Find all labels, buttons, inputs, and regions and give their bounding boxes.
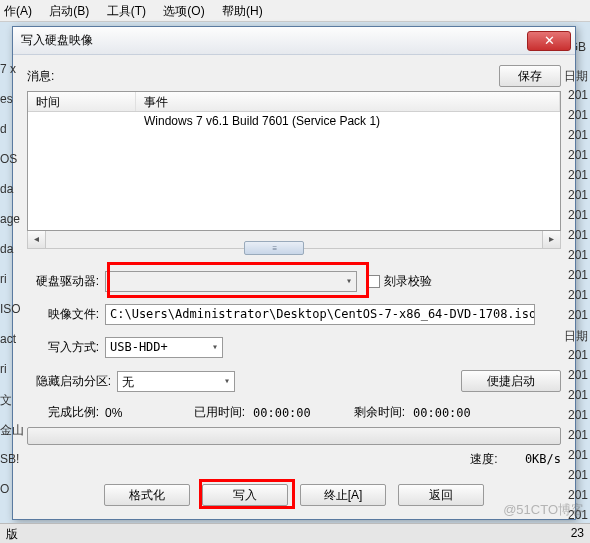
cell-time	[28, 112, 136, 130]
save-button[interactable]: 保存	[499, 65, 561, 87]
col-time[interactable]: 时间	[28, 92, 136, 111]
bg-text: 201	[568, 388, 588, 402]
bg-text: 201	[568, 488, 588, 502]
bg-text: O	[0, 482, 9, 496]
menu-item[interactable]: 工具(T)	[107, 4, 146, 18]
elapsed-value: 00:00:00	[245, 406, 325, 420]
speed-value: 0KB/s	[501, 452, 561, 466]
menu-item[interactable]: 帮助(H)	[222, 4, 263, 18]
speed-label: 速度:	[470, 452, 497, 466]
verify-label: 刻录校验	[384, 274, 432, 288]
bg-text: 201	[568, 168, 588, 182]
bg-text: 201	[568, 428, 588, 442]
bg-text: 日期	[564, 68, 588, 85]
bg-text: 201	[568, 108, 588, 122]
back-button[interactable]: 返回	[398, 484, 484, 506]
bg-text: 201	[568, 288, 588, 302]
bg-text: 201	[568, 248, 588, 262]
bg-text: 201	[568, 268, 588, 282]
list-row[interactable]: Windows 7 v6.1 Build 7601 (Service Pack …	[28, 112, 560, 130]
horizontal-scrollbar[interactable]: ◂ ▸	[27, 231, 561, 249]
progress-bar	[27, 427, 561, 445]
watermark: @51CTO博客	[503, 501, 584, 519]
bg-text: 201	[568, 368, 588, 382]
bg-text: 201	[568, 128, 588, 142]
write-button[interactable]: 写入	[202, 484, 288, 506]
bg-text: d	[0, 122, 7, 136]
message-list[interactable]: 时间 事件 Windows 7 v6.1 Build 7601 (Service…	[27, 91, 561, 231]
bg-text: OS	[0, 152, 17, 166]
dialog-title: 写入硬盘映像	[21, 32, 527, 49]
bg-text: 201	[568, 348, 588, 362]
bg-text: 201	[568, 188, 588, 202]
bg-text: 金山	[0, 422, 24, 439]
bg-text: age	[0, 212, 20, 226]
close-button[interactable]: ✕	[527, 31, 571, 51]
image-label: 映像文件:	[27, 306, 105, 323]
stop-button[interactable]: 终止[A]	[300, 484, 386, 506]
titlebar[interactable]: 写入硬盘映像 ✕	[13, 27, 575, 55]
done-value: 0%	[105, 406, 175, 420]
list-header: 时间 事件	[28, 92, 560, 112]
status-right: 23	[571, 526, 584, 541]
remain-value: 00:00:00	[405, 406, 471, 420]
elapsed-label: 已用时间:	[175, 404, 245, 421]
menubar: 作(A) 启动(B) 工具(T) 选项(O) 帮助(H)	[0, 0, 590, 22]
bg-text: 201	[568, 448, 588, 462]
format-button[interactable]: 格式化	[104, 484, 190, 506]
bg-text: da	[0, 242, 13, 256]
statusbar: 版 23	[0, 523, 590, 543]
bg-text: act	[0, 332, 16, 346]
bg-text: ISO	[0, 302, 21, 316]
bg-text: 201	[568, 148, 588, 162]
image-path-field[interactable]: C:\Users\Administrator\Desktop\CentOS-7-…	[105, 304, 535, 325]
hide-boot-label: 隐藏启动分区:	[27, 373, 117, 390]
hide-boot-combo[interactable]: 无	[117, 371, 235, 392]
bg-text: 201	[568, 228, 588, 242]
bg-text: 201	[568, 208, 588, 222]
bg-text: 日期	[564, 328, 588, 345]
write-disk-image-dialog: 写入硬盘映像 ✕ 消息: 保存 时间 事件 Windows 7 v6.1 Bui…	[12, 26, 576, 520]
scroll-right-icon[interactable]: ▸	[542, 231, 560, 248]
bg-text: ri	[0, 272, 7, 286]
bg-text: 201	[568, 408, 588, 422]
bg-text: 201	[568, 468, 588, 482]
remain-label: 剩余时间:	[325, 404, 405, 421]
bg-text: ri	[0, 362, 7, 376]
scroll-thumb[interactable]	[244, 241, 304, 255]
bg-text: 文	[0, 392, 12, 409]
fast-boot-button[interactable]: 便捷启动	[461, 370, 561, 392]
menu-item[interactable]: 选项(O)	[163, 4, 204, 18]
bg-text: 201	[568, 308, 588, 322]
bg-text: 7 x	[0, 62, 16, 76]
drive-combo[interactable]	[105, 271, 357, 292]
menu-item[interactable]: 作(A)	[4, 4, 32, 18]
done-label: 完成比例:	[27, 404, 105, 421]
status-left: 版	[6, 526, 18, 541]
cell-event: Windows 7 v6.1 Build 7601 (Service Pack …	[136, 112, 560, 130]
verify-checkbox[interactable]	[367, 275, 380, 288]
menu-item[interactable]: 启动(B)	[49, 4, 89, 18]
bg-text: 201	[568, 88, 588, 102]
write-mode-combo[interactable]: USB-HDD+	[105, 337, 223, 358]
drive-label: 硬盘驱动器:	[27, 273, 105, 290]
scroll-left-icon[interactable]: ◂	[28, 231, 46, 248]
col-event[interactable]: 事件	[136, 92, 560, 111]
bg-text: SB!	[0, 452, 19, 466]
verify-checkbox-wrap[interactable]: 刻录校验	[367, 273, 432, 290]
bg-text: es	[0, 92, 13, 106]
bg-text: da	[0, 182, 13, 196]
write-mode-label: 写入方式:	[27, 339, 105, 356]
message-label: 消息:	[27, 68, 499, 85]
